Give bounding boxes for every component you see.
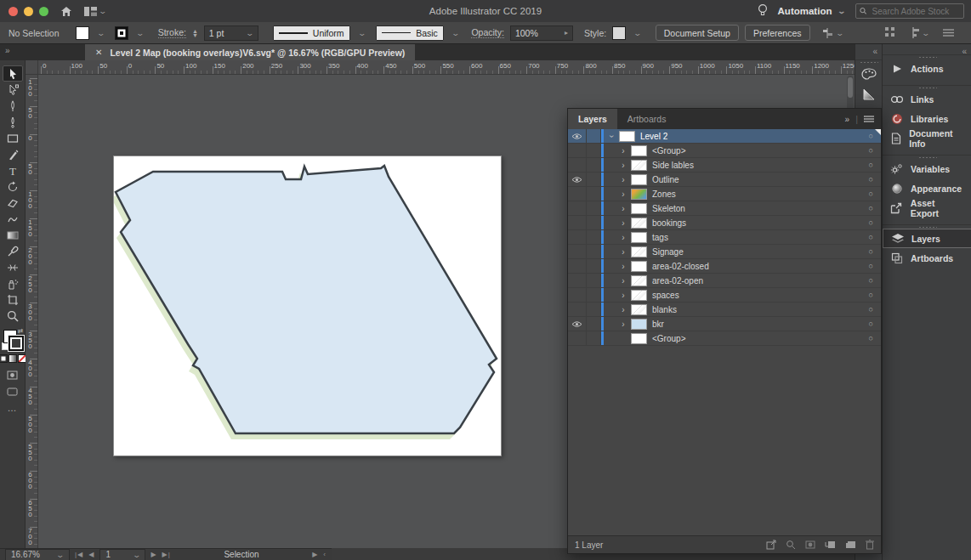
layer-thumbnail[interactable]	[631, 261, 647, 272]
vertical-ruler[interactable]: 1005005010015020025030035040045050055060…	[26, 74, 38, 548]
target-circle-icon[interactable]: ○	[869, 291, 873, 299]
layer-name[interactable]: Zones	[652, 189, 676, 199]
layer-row[interactable]: ›Signage○	[568, 245, 881, 259]
home-icon[interactable]	[60, 6, 72, 17]
window-zoom-button[interactable]	[39, 7, 48, 16]
gradient-panel-icon[interactable]	[855, 84, 883, 105]
layer-row[interactable]: ›Level 2○	[568, 129, 881, 144]
panel-button-document-info[interactable]: Document Info	[883, 128, 971, 148]
expand-chevron-icon[interactable]: ›	[617, 275, 629, 286]
scrollbar-thumb[interactable]	[848, 77, 853, 98]
layer-name[interactable]: tags	[652, 233, 668, 242]
visibility-toggle[interactable]	[568, 274, 587, 287]
window-close-button[interactable]	[9, 7, 18, 16]
layer-row[interactable]: ›bookings○	[568, 216, 881, 230]
color-mode-button[interactable]	[0, 354, 8, 363]
previous-artboard-button[interactable]: ◀	[88, 551, 94, 558]
status-menu-arrow[interactable]: ▶	[312, 551, 318, 558]
pen-tool[interactable]	[3, 98, 23, 114]
fill-stroke-control[interactable]: ⇄	[3, 329, 23, 351]
shaper-tool[interactable]	[3, 211, 23, 227]
target-circle-icon[interactable]: ○	[869, 247, 873, 256]
rotate-tool[interactable]	[3, 178, 23, 195]
workspace-switcher[interactable]: Automation ⌄	[778, 6, 845, 16]
none-mode-button[interactable]	[18, 354, 26, 363]
expand-chevron-icon[interactable]: ›	[617, 246, 629, 257]
lock-toggle[interactable]	[587, 230, 601, 244]
visibility-eye-icon[interactable]	[568, 317, 587, 331]
panel-button-actions[interactable]: Actions	[883, 59, 971, 78]
lock-toggle[interactable]	[587, 187, 601, 201]
layer-thumbnail[interactable]	[631, 246, 647, 257]
layer-row[interactable]: ›Skeleton○	[568, 201, 881, 216]
chevron-down-icon[interactable]: ⌄	[357, 29, 366, 37]
panel-button-appearance[interactable]: Appearance	[883, 178, 971, 198]
zoom-tool[interactable]	[3, 308, 23, 324]
target-circle-icon[interactable]: ○	[869, 276, 873, 285]
align-options-icon[interactable]: ⌄	[909, 27, 929, 38]
new-layer-icon[interactable]	[845, 540, 856, 550]
layer-row[interactable]: <Group>○	[568, 331, 881, 346]
layer-row[interactable]: ›Side lables○	[568, 158, 881, 173]
delete-layer-icon[interactable]	[866, 540, 874, 550]
fill-color-swatch[interactable]	[76, 26, 89, 40]
map-outline-drawing[interactable]	[114, 156, 501, 455]
adobe-stock-search[interactable]	[855, 3, 964, 19]
target-circle-icon[interactable]: ○	[869, 132, 873, 140]
stroke-label[interactable]: Stroke:	[158, 27, 186, 38]
layer-name[interactable]: blanks	[652, 305, 677, 314]
layer-name[interactable]: spaces	[652, 291, 679, 300]
symbol-sprayer-tool[interactable]	[3, 275, 23, 291]
panel-button-artboards[interactable]: Artboards	[883, 248, 971, 268]
chevron-down-icon[interactable]: ⌄	[136, 29, 145, 37]
make-mask-icon[interactable]	[805, 540, 815, 550]
collapse-panel-icon[interactable]: »	[845, 115, 850, 124]
stroke-color-swatch[interactable]	[115, 26, 128, 40]
document-tab[interactable]: ✕ Level 2 Map (booking overlays)V6.svg* …	[85, 44, 415, 60]
lock-toggle[interactable]	[587, 331, 601, 345]
expand-chevron-icon[interactable]: ›	[617, 319, 629, 329]
layer-name[interactable]: bkr	[652, 320, 664, 329]
layer-name[interactable]: Outline	[652, 175, 679, 184]
dock-drag-handle[interactable]	[918, 156, 937, 159]
gradient-mode-button[interactable]	[9, 354, 17, 363]
search-input[interactable]	[871, 6, 960, 17]
visibility-toggle[interactable]	[568, 303, 587, 316]
expand-chevron-icon[interactable]: ›	[617, 261, 629, 271]
layer-name[interactable]: <Group>	[652, 334, 685, 343]
layer-row[interactable]: ›blanks○	[568, 303, 881, 317]
panel-menu-icon[interactable]	[943, 28, 954, 38]
lock-toggle[interactable]	[587, 259, 601, 273]
layer-row[interactable]: ›area-02-open○	[568, 274, 881, 288]
lock-toggle[interactable]	[587, 216, 601, 229]
stroke-weight-field[interactable]: 1 pt ⌄	[204, 25, 258, 41]
target-circle-icon[interactable]: ○	[869, 305, 873, 314]
artboard-tool[interactable]	[3, 291, 23, 308]
visibility-toggle[interactable]	[568, 158, 587, 172]
lock-toggle[interactable]	[587, 201, 601, 215]
first-artboard-button[interactable]: |◀	[75, 551, 83, 558]
next-artboard-button[interactable]: ▶	[150, 551, 156, 558]
dock-drag-handle[interactable]	[860, 61, 878, 64]
target-circle-icon[interactable]: ○	[869, 161, 873, 169]
chevron-down-icon[interactable]: ⌄	[451, 29, 460, 37]
layer-thumbnail[interactable]	[631, 189, 647, 200]
dock-drag-handle[interactable]	[918, 226, 937, 229]
layer-row[interactable]: ›area-02-closed○	[568, 259, 881, 274]
expand-chevron-icon[interactable]: ›	[617, 290, 629, 300]
stroke-indicator[interactable]	[9, 336, 24, 351]
visibility-toggle[interactable]	[568, 245, 587, 258]
tab-overflow-icon[interactable]: »	[5, 46, 10, 55]
visibility-toggle[interactable]	[568, 216, 587, 229]
target-circle-icon[interactable]: ○	[869, 218, 873, 227]
color-panel-icon[interactable]	[855, 64, 883, 84]
layer-thumbnail[interactable]	[631, 203, 647, 214]
lock-toggle[interactable]	[587, 245, 601, 258]
panel-button-asset-export[interactable]: Asset Export	[883, 198, 971, 218]
expand-chevron-icon[interactable]: ›	[617, 218, 629, 228]
panel-button-layers[interactable]: Layers	[883, 229, 971, 248]
layer-name[interactable]: Signage	[652, 247, 684, 257]
close-tab-icon[interactable]: ✕	[95, 48, 102, 57]
expand-chevron-icon[interactable]: ›	[617, 304, 629, 314]
width-tool[interactable]	[3, 259, 23, 275]
